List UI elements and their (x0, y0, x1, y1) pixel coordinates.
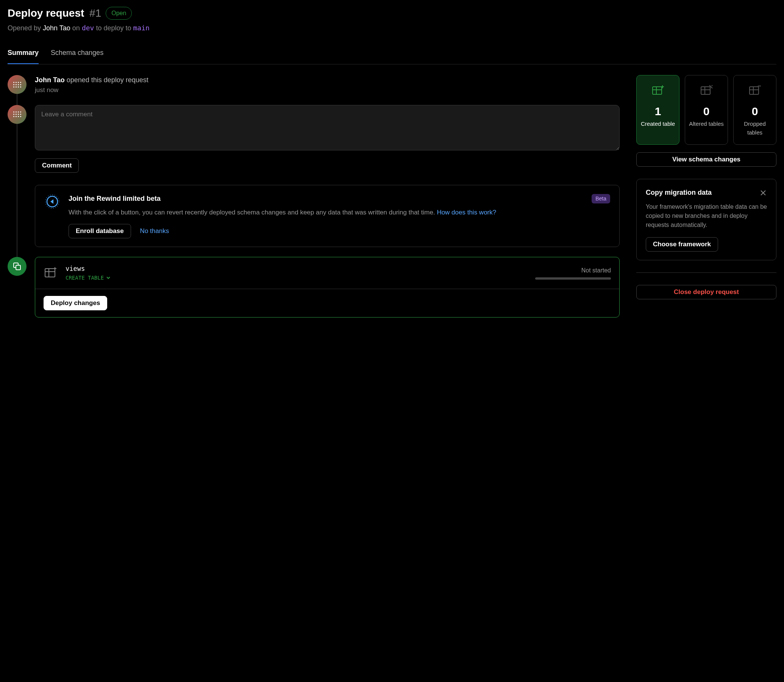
create-table-dropdown[interactable]: CREATE TABLE (65, 274, 528, 282)
view-schema-changes-button[interactable]: View schema changes (636, 152, 776, 167)
created-tables-stat[interactable]: 1 Created table (636, 75, 679, 145)
table-create-icon (43, 266, 58, 280)
close-icon[interactable] (759, 189, 767, 197)
svg-rect-13 (749, 87, 759, 94)
source-branch[interactable]: dev (82, 24, 94, 32)
comment-input[interactable] (35, 105, 620, 150)
rewind-title: Join the Rewind limited beta (68, 194, 161, 204)
altered-tables-stat[interactable]: 0 Altered tables (685, 75, 728, 145)
divider (636, 272, 776, 273)
title-text: Deploy request (8, 7, 84, 19)
timeline-event: John Tao opened this deploy request (35, 75, 620, 85)
svg-rect-4 (45, 269, 55, 277)
schema-change-panel: views CREATE TABLE Not started (35, 257, 620, 317)
choose-framework-button[interactable]: Choose framework (646, 237, 718, 252)
rewind-description: With the click of a button, you can reve… (68, 208, 610, 217)
comment-button[interactable]: Comment (35, 158, 79, 173)
migration-title: Copy migration data (646, 188, 712, 198)
page-title: Deploy request #1 (8, 5, 101, 21)
target-branch[interactable]: main (133, 24, 149, 32)
stat-number: 0 (688, 103, 725, 120)
subheading: Opened by John Tao on dev to deploy to m… (8, 23, 776, 33)
progress-bar (535, 277, 611, 280)
svg-rect-3 (16, 265, 21, 270)
stat-label: Dropped tables (737, 120, 773, 137)
close-deploy-request-button[interactable]: Close deploy request (636, 285, 776, 299)
tab-schema-changes[interactable]: Schema changes (51, 44, 103, 64)
change-status: Not started (535, 266, 611, 275)
no-thanks-link[interactable]: No thanks (140, 226, 169, 236)
tabs: Summary Schema changes (8, 44, 776, 64)
table-drop-icon (747, 83, 762, 98)
stat-number: 0 (737, 103, 773, 120)
beta-badge: Beta (592, 194, 610, 204)
rewind-icon (44, 194, 60, 210)
change-marker-icon (8, 257, 27, 276)
event-time: just now (35, 85, 620, 95)
chevron-down-icon (106, 276, 111, 280)
stat-label: Altered tables (688, 120, 725, 128)
svg-rect-7 (653, 87, 662, 94)
svg-rect-10 (701, 87, 710, 94)
table-alter-icon (699, 83, 714, 98)
avatar (8, 105, 27, 124)
dropped-tables-stat[interactable]: 0 Dropped tables (733, 75, 776, 145)
stat-number: 1 (640, 103, 676, 120)
opened-by-user[interactable]: John Tao (43, 24, 70, 32)
event-user[interactable]: John Tao (35, 76, 65, 84)
request-number: #1 (89, 7, 101, 19)
tab-summary[interactable]: Summary (8, 44, 39, 64)
table-create-icon (650, 83, 665, 98)
status-badge: Open (106, 7, 132, 20)
avatar (8, 75, 27, 94)
table-name: views (65, 264, 528, 274)
migration-description: Your framework's migration table data ca… (646, 202, 767, 229)
enroll-database-button[interactable]: Enroll database (68, 224, 131, 238)
deploy-changes-button[interactable]: Deploy changes (43, 296, 107, 310)
migration-panel: Copy migration data Your framework's mig… (636, 179, 776, 260)
stat-label: Created table (640, 120, 676, 128)
rewind-help-link[interactable]: How does this work? (437, 209, 496, 216)
